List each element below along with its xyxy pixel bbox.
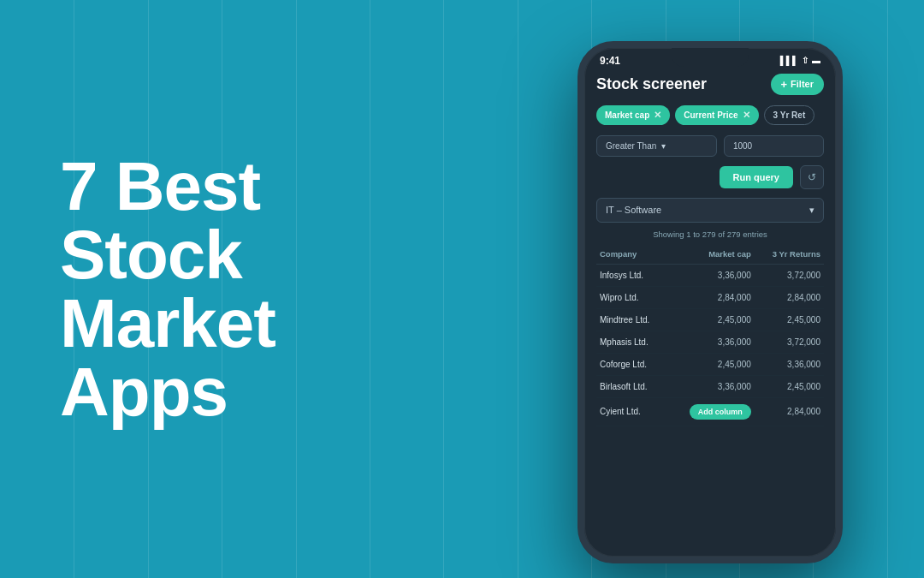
table-row: Mindtree Ltd.2,45,0002,45,000	[596, 308, 824, 331]
wifi-icon: ⇧	[802, 56, 808, 65]
plus-icon: +	[781, 78, 788, 91]
table-row: Infosys Ltd.3,36,0003,72,000	[596, 264, 824, 286]
cell-market-cap: 2,45,000	[668, 308, 755, 331]
sector-chevron-icon: ▾	[809, 205, 814, 216]
chip-current-price-label: Current Price	[684, 110, 737, 120]
chip-3yr-ret-label: 3 Yr Ret	[773, 110, 806, 120]
table-row: Wipro Ltd.2,84,0002,84,000	[596, 286, 824, 308]
right-section: 9:41 ▌▌▌ ⇧ ▬ Stock screener + Filter	[496, 0, 924, 578]
cell-market-cap: 2,45,000	[668, 353, 755, 375]
chip-market-cap[interactable]: Market cap ✕	[596, 105, 670, 125]
battery-icon: ▬	[812, 56, 820, 65]
refresh-icon: ↺	[808, 171, 816, 183]
cell-market-cap: Add column	[668, 397, 755, 426]
col-yr-returns: 3 Yr Returns	[755, 246, 824, 265]
phone-screen: Stock screener + Filter Market cap ✕ Cur…	[584, 70, 836, 545]
filter-label: Filter	[791, 79, 814, 89]
cell-yr-returns: 3,36,000	[755, 353, 824, 375]
chip-market-cap-remove[interactable]: ✕	[654, 110, 661, 121]
refresh-button[interactable]: ↺	[800, 165, 824, 189]
phone-mockup: 9:41 ▌▌▌ ⇧ ▬ Stock screener + Filter	[578, 41, 843, 563]
filter-select[interactable]: Greater Than ▾	[596, 135, 717, 157]
cell-yr-returns: 2,84,000	[755, 286, 824, 308]
app-header: Stock screener + Filter	[596, 74, 824, 95]
cell-company: Birlasoft Ltd.	[596, 375, 668, 397]
cell-yr-returns: 2,84,000	[755, 397, 824, 426]
cell-market-cap: 3,36,000	[668, 264, 755, 286]
cell-yr-returns: 3,72,000	[755, 264, 824, 286]
filter-button[interactable]: + Filter	[771, 74, 825, 95]
content-area: 7 Best Stock Market Apps 9:41 ▌▌▌ ⇧ ▬ S	[0, 0, 924, 578]
run-row: Run query ↺	[596, 165, 824, 189]
chip-current-price[interactable]: Current Price ✕	[675, 105, 758, 125]
results-summary: Showing 1 to 279 of 279 entries	[596, 229, 824, 239]
col-company: Company	[596, 246, 668, 265]
table-header-row: Company Market cap 3 Yr Returns	[596, 246, 824, 265]
col-market-cap: Market cap	[668, 246, 755, 265]
status-time: 9:41	[600, 55, 620, 67]
filter-input-value: 1000	[733, 141, 752, 151]
cell-company: Mphasis Ltd.	[596, 331, 668, 353]
stock-table: Company Market cap 3 Yr Returns Infosys …	[596, 246, 824, 426]
left-section: 7 Best Stock Market Apps	[0, 101, 496, 478]
cell-company: Mindtree Ltd.	[596, 308, 668, 331]
chip-3yr-ret[interactable]: 3 Yr Ret	[764, 105, 815, 125]
page-title: 7 Best Stock Market Apps	[60, 152, 436, 426]
table-row: Mphasis Ltd.3,36,0003,72,000	[596, 331, 824, 353]
cell-market-cap: 3,36,000	[668, 331, 755, 353]
app-title: Stock screener	[596, 75, 707, 93]
sector-dropdown[interactable]: IT – Software ▾	[596, 198, 824, 223]
chevron-down-icon: ▾	[661, 141, 666, 151]
phone-notch	[672, 48, 749, 67]
headline-line2: Market Apps	[60, 285, 275, 430]
cell-company: Cyient Ltd.	[596, 397, 668, 426]
cell-market-cap: 3,36,000	[668, 375, 755, 397]
status-icons: ▌▌▌ ⇧ ▬	[780, 56, 820, 65]
chip-current-price-remove[interactable]: ✕	[743, 110, 750, 121]
table-row: Coforge Ltd.2,45,0003,36,000	[596, 353, 824, 375]
add-column-button[interactable]: Add column	[690, 404, 751, 420]
table-row: Birlasoft Ltd.3,36,0002,45,000	[596, 375, 824, 397]
headline-line1: 7 Best Stock	[60, 148, 260, 293]
filter-row: Greater Than ▾ 1000	[596, 135, 824, 157]
filter-chips: Market cap ✕ Current Price ✕ 3 Yr Ret	[596, 105, 824, 125]
cell-company: Coforge Ltd.	[596, 353, 668, 375]
filter-select-label: Greater Than	[606, 141, 656, 151]
table-row: Cyient Ltd.Add column2,84,000	[596, 397, 824, 426]
sector-label: IT – Software	[606, 205, 661, 215]
cell-yr-returns: 2,45,000	[755, 308, 824, 331]
cell-yr-returns: 2,45,000	[755, 375, 824, 397]
cell-market-cap: 2,84,000	[668, 286, 755, 308]
cell-yr-returns: 3,72,000	[755, 331, 824, 353]
cell-company: Infosys Ltd.	[596, 264, 668, 286]
chip-market-cap-label: Market cap	[605, 110, 649, 120]
run-query-button[interactable]: Run query	[720, 166, 793, 188]
cell-company: Wipro Ltd.	[596, 286, 668, 308]
signal-icon: ▌▌▌	[780, 56, 798, 65]
filter-input[interactable]: 1000	[724, 135, 824, 157]
